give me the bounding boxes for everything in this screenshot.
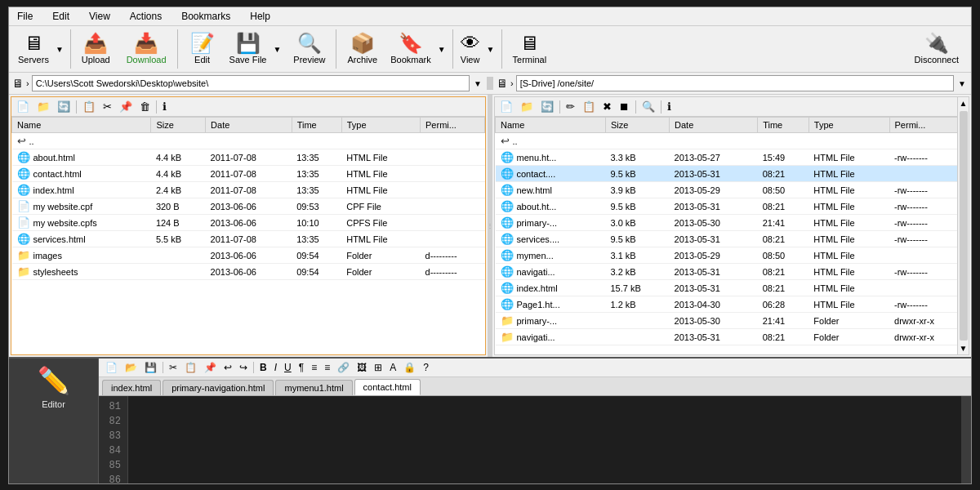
menu-edit[interactable]: Edit xyxy=(47,9,74,24)
right-address-input[interactable] xyxy=(516,75,954,91)
left-file-row[interactable]: 📁images 2013-06-06 09:54 Folder d-------… xyxy=(12,247,485,264)
editor-lock-btn[interactable]: 🔒 xyxy=(400,360,419,375)
right-col-date[interactable]: Date xyxy=(670,118,758,133)
save-arrow[interactable]: ▼ xyxy=(270,29,284,69)
edit-button[interactable]: 📝 Edit xyxy=(181,29,224,69)
editor-content[interactable]: 818283848586 xyxy=(99,396,971,483)
editor-tab-index[interactable]: index.html xyxy=(102,380,161,395)
right-col-time[interactable]: Time xyxy=(758,118,809,133)
right-copy-btn[interactable]: 📋 xyxy=(579,99,599,114)
editor-save-btn[interactable]: 💾 xyxy=(141,360,160,375)
right-scrollbar-down[interactable]: ▼ xyxy=(958,342,969,354)
right-col-name[interactable]: Name xyxy=(496,118,606,133)
editor-tab-contact[interactable]: contact.html xyxy=(354,379,421,395)
disconnect-button[interactable]: 🔌 Disconnect xyxy=(907,29,966,69)
editor-italic-btn[interactable]: I xyxy=(271,360,280,375)
upload-button[interactable]: 📤 Upload xyxy=(74,29,118,69)
right-col-size[interactable]: Size xyxy=(605,118,669,133)
left-info-btn[interactable]: ℹ xyxy=(159,99,170,114)
panel-splitter[interactable]: ⋮ xyxy=(488,95,492,357)
right-info-btn[interactable]: ℹ xyxy=(664,99,675,114)
right-file-row[interactable]: 🌐contact.... 9.5 kB 2013-05-31 08:21 HTM… xyxy=(496,166,969,182)
left-address-dropdown[interactable]: ▼ xyxy=(472,78,483,90)
left-refresh-btn[interactable]: 🔄 xyxy=(54,99,74,114)
left-file-row[interactable]: 📄my website.cpfs 124 B 2013-06-06 10:10 … xyxy=(12,215,485,231)
editor-redo-btn[interactable]: ↪ xyxy=(236,360,251,375)
right-stop-btn[interactable]: ⏹ xyxy=(616,99,633,114)
right-address-dropdown[interactable]: ▼ xyxy=(956,78,968,90)
terminal-button[interactable]: 🖥 Terminal xyxy=(506,29,555,69)
menu-file[interactable]: File xyxy=(12,9,38,24)
left-col-time[interactable]: Time xyxy=(292,118,341,133)
editor-link-btn[interactable]: 🔗 xyxy=(334,360,353,375)
left-file-row[interactable]: 🌐index.html 2.4 kB 2011-07-08 13:35 HTML… xyxy=(12,182,485,198)
left-file-row[interactable]: 🌐contact.html 4.4 kB 2011-07-08 13:35 HT… xyxy=(12,166,485,182)
view-button[interactable]: 👁 View xyxy=(457,29,484,69)
left-file-row[interactable]: 📄my website.cpf 320 B 2013-06-06 09:53 C… xyxy=(12,198,485,215)
left-new-folder-btn[interactable]: 📁 xyxy=(33,99,53,114)
left-paste-btn[interactable]: 📌 xyxy=(116,99,136,114)
right-file-row[interactable]: 🌐primary-... 3.0 kB 2013-05-30 21:41 HTM… xyxy=(496,215,969,231)
editor-align-left-btn[interactable]: ≡ xyxy=(308,360,320,375)
right-refresh-btn[interactable]: 🔄 xyxy=(537,99,557,114)
servers-button[interactable]: 🖥 Servers xyxy=(14,29,53,69)
right-scrollbar-thumb[interactable] xyxy=(960,111,968,341)
editor-para-btn[interactable]: ¶ xyxy=(296,360,307,375)
left-col-permi[interactable]: Permi... xyxy=(421,118,485,133)
right-cancel-btn[interactable]: ✖ xyxy=(599,99,615,114)
left-address-input[interactable] xyxy=(32,75,470,91)
bookmark-arrow[interactable]: ▼ xyxy=(435,29,449,69)
left-file-row[interactable]: 🌐services.html 5.5 kB 2011-07-08 13:35 H… xyxy=(12,231,485,247)
menu-view[interactable]: View xyxy=(84,9,115,24)
editor-undo-btn[interactable]: ↩ xyxy=(220,360,235,375)
left-cut-btn[interactable]: ✂ xyxy=(100,99,115,114)
editor-copy-btn[interactable]: 📋 xyxy=(181,360,200,375)
editor-code-content[interactable] xyxy=(128,396,961,483)
editor-tab-primary-nav[interactable]: primary-navigation.html xyxy=(163,380,274,395)
left-copy-btn[interactable]: 📋 xyxy=(79,99,99,114)
editor-image-btn[interactable]: 🖼 xyxy=(354,360,370,375)
preview-button[interactable]: 🔍 Preview xyxy=(286,29,332,69)
editor-align-center-btn[interactable]: ≡ xyxy=(321,360,333,375)
download-button[interactable]: 📥 Download xyxy=(119,29,174,69)
editor-table-btn[interactable]: ⊞ xyxy=(371,360,385,375)
left-file-row[interactable]: 📁stylesheets 2013-06-06 09:54 Folder d--… xyxy=(12,264,485,280)
right-file-row[interactable]: 🌐services.... 9.5 kB 2013-05-31 08:21 HT… xyxy=(496,231,969,247)
right-edit-btn[interactable]: ✏ xyxy=(563,99,578,114)
right-file-row[interactable]: ↩.. xyxy=(496,133,969,149)
left-file-row[interactable]: ↩.. xyxy=(12,133,485,149)
view-arrow[interactable]: ▼ xyxy=(484,29,498,69)
editor-paste-btn[interactable]: 📌 xyxy=(201,360,220,375)
editor-new-btn[interactable]: 📄 xyxy=(102,360,121,375)
left-delete-btn[interactable]: 🗑 xyxy=(136,99,154,114)
left-col-date[interactable]: Date xyxy=(206,118,292,133)
right-file-row[interactable]: 🌐index.html 15.7 kB 2013-05-31 08:21 HTM… xyxy=(496,280,969,296)
editor-underline-btn[interactable]: U xyxy=(281,360,295,375)
right-new-file-btn[interactable]: 📄 xyxy=(497,99,516,114)
editor-scrollbar[interactable] xyxy=(961,396,971,483)
left-file-row[interactable]: 🌐about.html 4.4 kB 2011-07-08 13:35 HTML… xyxy=(12,149,485,166)
editor-font-btn[interactable]: A xyxy=(386,360,399,375)
menu-help[interactable]: Help xyxy=(245,9,275,24)
right-search-btn[interactable]: 🔍 xyxy=(639,99,658,114)
bookmark-button[interactable]: 🔖 Bookmark xyxy=(386,29,435,69)
editor-tab-mymenu[interactable]: mymenu1.html xyxy=(275,380,352,395)
menu-actions[interactable]: Actions xyxy=(125,9,167,24)
left-new-file-btn[interactable]: 📄 xyxy=(13,99,33,114)
menu-bookmarks[interactable]: Bookmarks xyxy=(176,9,235,24)
save-file-button[interactable]: 💾 Save File xyxy=(225,29,271,69)
editor-bold-btn[interactable]: B xyxy=(256,360,270,375)
right-file-row[interactable]: 🌐about.ht... 9.5 kB 2013-05-31 08:21 HTM… xyxy=(496,198,969,215)
servers-arrow[interactable]: ▼ xyxy=(53,29,67,69)
right-file-row[interactable]: 🌐new.html 3.9 kB 2013-05-29 08:50 HTML F… xyxy=(496,182,969,198)
right-file-row[interactable]: 🌐mymen... 3.1 kB 2013-05-29 08:50 HTML F… xyxy=(496,247,969,264)
right-file-row[interactable]: 📁navigati... 2013-05-31 08:21 Folder drw… xyxy=(496,329,969,345)
right-scrollbar-up[interactable]: ▲ xyxy=(958,97,969,109)
left-col-type[interactable]: Type xyxy=(341,118,420,133)
editor-cut-btn[interactable]: ✂ xyxy=(166,360,180,375)
right-file-row[interactable]: 🌐Page1.ht... 1.2 kB 2013-04-30 06:28 HTM… xyxy=(496,296,969,313)
right-file-row[interactable]: 🌐navigati... 3.2 kB 2013-05-31 08:21 HTM… xyxy=(496,264,969,280)
right-file-row[interactable]: 📁primary-... 2013-05-30 21:41 Folder drw… xyxy=(496,313,969,329)
archive-button[interactable]: 📦 Archive xyxy=(340,29,385,69)
editor-open-btn[interactable]: 📂 xyxy=(122,360,140,375)
